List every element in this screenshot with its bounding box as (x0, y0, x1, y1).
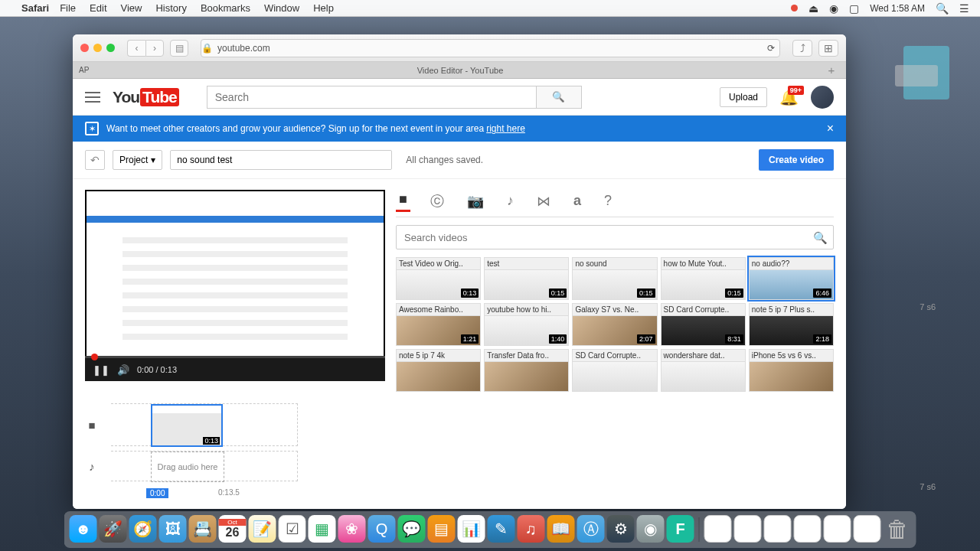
audio-track[interactable]: Drag audio here (111, 451, 298, 481)
youtube-logo[interactable]: YouTube (113, 88, 179, 106)
tab-transitions[interactable]: ⋈ (534, 191, 554, 211)
video-thumbnail[interactable]: Galaxy S7 vs. Ne..2:07 (572, 303, 657, 346)
minimized-window[interactable] (824, 515, 851, 543)
menu-file[interactable]: File (60, 2, 76, 14)
create-video-button[interactable]: Create video (759, 149, 834, 171)
tab-active[interactable]: Video Editor - YouTube (97, 64, 823, 77)
tab-cc[interactable]: ⓒ (427, 191, 447, 212)
editor-back-button[interactable]: ↶ (85, 150, 105, 170)
wifi-icon[interactable]: ◉ (829, 2, 838, 15)
project-dropdown[interactable]: Project▾ (113, 150, 162, 170)
calendar-icon[interactable]: Oct26 (219, 515, 247, 543)
photos-icon[interactable]: ❀ (338, 515, 366, 543)
minimized-window[interactable] (734, 515, 762, 543)
timeline-clip[interactable]: × 0:13 (151, 404, 223, 447)
app-icon[interactable]: ◉ (637, 515, 665, 543)
search-input[interactable] (207, 86, 536, 109)
notes-icon[interactable]: 📝 (249, 515, 276, 543)
tab-help[interactable]: ? (601, 191, 615, 210)
hamburger-icon[interactable] (85, 92, 100, 103)
video-thumbnail[interactable]: how to Mute Yout..0:15 (661, 257, 746, 300)
banner-link[interactable]: right here (486, 123, 525, 134)
notifications-button[interactable]: 🔔99+ (779, 88, 799, 106)
menu-help[interactable]: Help (313, 2, 334, 14)
video-thumbnail[interactable]: note 5 ip 7 Plus s..2:18 (749, 303, 834, 346)
preview-video[interactable] (85, 190, 385, 358)
contacts-icon[interactable]: 📇 (189, 515, 217, 543)
settings-icon[interactable]: ⚙ (607, 515, 635, 543)
menu-history[interactable]: History (155, 2, 186, 14)
progress-bar[interactable] (85, 356, 385, 358)
tab-text[interactable]: a (570, 191, 584, 210)
url-bar[interactable]: 🔒 youtube.com ⟳ (201, 39, 780, 57)
minimized-window[interactable] (764, 515, 792, 543)
quicktime-icon[interactable]: Q (368, 515, 396, 543)
video-thumbnail[interactable]: Transfer Data fro.. (484, 349, 569, 392)
pages-icon[interactable]: ✎ (488, 515, 515, 543)
airplay-icon[interactable]: ⏏ (808, 2, 818, 15)
tab-videos[interactable]: ■ (396, 190, 410, 212)
video-thumbnail[interactable]: SD Card Corrupte..8:31 (661, 303, 746, 346)
forward-button[interactable]: › (145, 40, 164, 57)
safari-icon[interactable]: 🧭 (129, 515, 157, 543)
spotlight-icon[interactable]: 🔍 (936, 2, 949, 15)
menu-window[interactable]: Window (264, 2, 299, 14)
tab-audio[interactable]: ♪ (504, 191, 517, 210)
appstore-icon[interactable]: Ⓐ (577, 515, 605, 543)
minimized-window[interactable] (704, 515, 732, 543)
reminders-icon[interactable]: ☑ (279, 515, 306, 543)
minimized-window[interactable] (794, 515, 822, 543)
minimize-button[interactable] (93, 44, 102, 52)
video-thumbnail[interactable]: iPhone 5s vs 6 vs.. (749, 349, 834, 392)
numbers-icon[interactable]: ▦ (309, 515, 336, 543)
tabs-button[interactable]: ⊞ (818, 40, 838, 57)
banner-close[interactable]: × (827, 122, 834, 135)
itunes-icon[interactable]: ♫ (518, 515, 545, 543)
sidebar-button[interactable]: ▤ (170, 40, 188, 57)
video-thumbnail[interactable]: test0:15 (484, 257, 569, 300)
app-name[interactable]: Safari (21, 2, 49, 14)
share-button[interactable]: ⤴ (792, 40, 812, 57)
preview-icon[interactable]: 🖼 (159, 515, 187, 543)
video-thumbnail[interactable]: youtube how to hi..1:40 (484, 303, 569, 346)
back-button[interactable]: ‹ (127, 40, 145, 57)
finder-icon[interactable]: ☻ (70, 515, 97, 543)
search-button[interactable]: 🔍 (536, 86, 582, 109)
video-thumbnail[interactable]: note 5 ip 7 4k (396, 349, 481, 392)
tab-photos[interactable]: 📷 (464, 191, 487, 211)
video-thumbnail[interactable]: no sound0:15 (572, 257, 657, 300)
video-thumbnail[interactable]: Test Video w Orig..0:13 (396, 257, 481, 300)
trash-icon[interactable]: 🗑 (884, 515, 911, 544)
zoom-button[interactable] (106, 44, 115, 52)
pinned-tab[interactable]: AP (79, 66, 97, 74)
app-f-icon[interactable]: F (667, 515, 694, 543)
clock[interactable]: Wed 1:58 AM (870, 3, 925, 14)
video-thumbnail[interactable]: Awesome Rainbo..1:21 (396, 303, 481, 346)
chart-icon[interactable]: 📊 (458, 515, 485, 543)
volume-button[interactable]: 🔊 (117, 364, 129, 376)
menu-bookmarks[interactable]: Bookmarks (201, 2, 250, 14)
avatar[interactable] (811, 86, 834, 109)
notification-icon[interactable]: ☰ (959, 2, 969, 15)
menu-edit[interactable]: Edit (90, 2, 106, 14)
menu-view[interactable]: View (121, 2, 142, 14)
video-thumbnail[interactable]: SD Card Corrupte.. (572, 349, 657, 392)
reload-icon[interactable]: ⟳ (767, 43, 775, 54)
video-thumbnail[interactable]: wondershare dat.. (661, 349, 746, 392)
new-tab-button[interactable]: + (823, 64, 840, 77)
project-name-input[interactable] (170, 150, 392, 170)
search-icon[interactable]: 🔍 (813, 231, 828, 245)
ibooks-icon[interactable]: 📖 (547, 515, 575, 543)
video-track[interactable]: × 0:13 (111, 403, 298, 446)
video-thumbnail[interactable]: no audio??6:46 (749, 257, 834, 300)
keynote-icon[interactable]: ▤ (428, 515, 456, 543)
minimized-window[interactable] (854, 515, 881, 543)
close-button[interactable] (80, 44, 89, 52)
upload-button[interactable]: Upload (720, 87, 767, 107)
recording-icon[interactable] (791, 5, 798, 11)
launchpad-icon[interactable]: 🚀 (100, 515, 127, 543)
messages-icon[interactable]: 💬 (398, 515, 426, 543)
library-search-input[interactable] (396, 225, 834, 249)
battery-icon[interactable]: ▢ (849, 2, 859, 15)
pause-button[interactable]: ❚❚ (93, 364, 109, 376)
